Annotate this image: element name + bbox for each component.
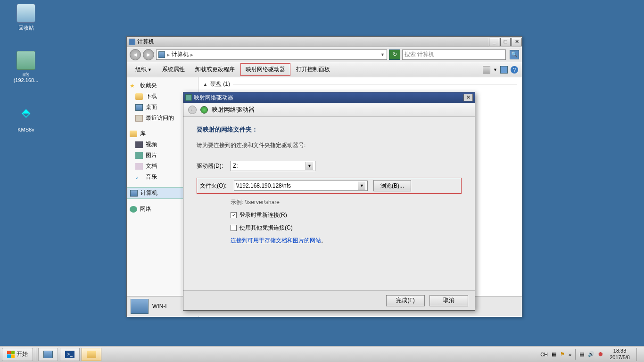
tray-icon-6[interactable]: ⬢: [598, 351, 603, 357]
map-network-drive[interactable]: 映射网络驱动器: [240, 63, 290, 76]
kms-icon: ⬘: [17, 106, 35, 125]
recycle-label: 回收站: [9, 25, 42, 32]
view-dropdown[interactable]: ▼: [493, 67, 497, 72]
folder-combo[interactable]: \\192.168.190.128\nfs ▼: [234, 181, 368, 191]
status-text: WIN-I: [152, 303, 167, 310]
maximize-button[interactable]: □: [500, 38, 511, 46]
taskbar: 开始 >_ CH ▦ ⚑ » ▤ 🔊 ⬢ 18:33 2017/5/8: [0, 346, 644, 362]
kms-shortcut[interactable]: ⬘ KMS8v: [9, 106, 42, 132]
dialog-instruction: 请为要连接到的连接和文件夹指定驱动器号:: [197, 141, 462, 149]
globe-icon: [200, 106, 208, 114]
nfs-shortcut[interactable]: nfs (192.168...: [9, 51, 42, 83]
recycle-bin[interactable]: 回收站: [9, 4, 42, 32]
tray-icon-4[interactable]: ▤: [579, 351, 584, 357]
back-icon[interactable]: ←: [188, 106, 197, 114]
collapse-icon: ▲: [203, 82, 207, 87]
reconnect-checkbox[interactable]: ✓: [231, 212, 237, 218]
windows-logo-icon: [7, 351, 15, 358]
computer-icon: [158, 51, 165, 58]
storage-link[interactable]: 连接到可用于存储文档和图片的网站: [231, 237, 321, 244]
drive-label: 驱动器(D):: [197, 162, 231, 170]
minimize-button[interactable]: _: [489, 38, 499, 46]
chevron-down-icon[interactable]: ▼: [305, 162, 313, 170]
sidebar-favorites[interactable]: ★收藏夹: [127, 80, 198, 91]
tray-icon-2[interactable]: ⚑: [560, 351, 565, 357]
desktop-icon: [135, 104, 143, 111]
picture-icon: [135, 152, 143, 159]
finish-button[interactable]: 完成(F): [386, 295, 425, 306]
map-drive-dialog: 映射网络驱动器 ✕ ← 映射网络驱动器 要映射的网络文件夹： 请为要连接到的连接…: [183, 92, 475, 311]
nfs-sub: (192.168...: [9, 77, 42, 83]
show-desktop-button[interactable]: [636, 348, 641, 361]
folder-icon: [135, 93, 143, 100]
clock[interactable]: 18:33 2017/5/8: [607, 348, 633, 360]
tray-icon-3[interactable]: »: [569, 352, 571, 357]
browse-button[interactable]: 浏览(B)...: [373, 180, 411, 191]
recent-icon: [135, 115, 143, 122]
explorer-title: 计算机: [137, 38, 488, 46]
othercred-label: 使用其他凭据连接(C): [239, 224, 293, 232]
addr-text: 计算机: [172, 50, 189, 58]
preview-pane-icon[interactable]: [500, 66, 508, 74]
music-icon: ♪: [135, 174, 143, 181]
othercred-checkbox[interactable]: [231, 225, 237, 231]
address-bar[interactable]: ▸ 计算机 ▸ ▼: [156, 49, 387, 60]
library-icon: [130, 131, 137, 137]
tray-icon-5[interactable]: 🔊: [588, 351, 594, 357]
hdd-section[interactable]: ▲ 硬盘 (1): [203, 80, 517, 88]
kms-label: KMS8v: [9, 127, 42, 132]
dialog-titlebar[interactable]: 映射网络驱动器 ✕: [183, 92, 475, 103]
start-button[interactable]: 开始: [2, 348, 33, 361]
control-panel[interactable]: 打开控制面板: [291, 64, 335, 75]
cancel-button[interactable]: 取消: [429, 295, 468, 306]
drive-icon: [17, 51, 35, 70]
star-icon: ★: [130, 82, 137, 89]
pinned-powershell[interactable]: >_: [60, 348, 80, 361]
view-icon[interactable]: [483, 66, 490, 74]
powershell-icon: >_: [65, 351, 74, 358]
chevron-down-icon[interactable]: ▼: [358, 181, 365, 190]
forward-button[interactable]: ►: [143, 49, 154, 60]
dialog-icon: [185, 94, 192, 101]
reconnect-label: 登录时重新连接(R): [239, 211, 287, 219]
help-icon[interactable]: ?: [511, 66, 518, 74]
example-text: 示例: \\server\share: [231, 198, 462, 206]
computer-icon: [129, 39, 135, 45]
computer-icon: [131, 299, 149, 314]
refresh-button[interactable]: ↻: [389, 49, 400, 60]
pinned-server-manager[interactable]: [38, 348, 58, 361]
system-properties[interactable]: 系统属性: [157, 64, 190, 75]
drive-combo[interactable]: Z: ▼: [231, 161, 315, 171]
computer-icon: [130, 190, 138, 197]
dialog-heading: 要映射的网络文件夹：: [197, 125, 462, 134]
folder-icon: [87, 351, 96, 358]
server-icon: [43, 351, 53, 358]
dialog-close-button[interactable]: ✕: [463, 94, 473, 101]
nfs-label: nfs: [9, 72, 42, 77]
network-icon: [130, 206, 137, 213]
explorer-titlebar[interactable]: 计算机 _ □ ✕: [127, 37, 522, 47]
lang-indicator[interactable]: CH: [540, 352, 548, 357]
system-tray: CH ▦ ⚑ » ▤ 🔊 ⬢ 18:33 2017/5/8: [537, 346, 644, 362]
back-button[interactable]: ◄: [130, 49, 141, 60]
recycle-icon: [17, 4, 35, 23]
dialog-subtitle: ← 映射网络驱动器: [183, 103, 475, 117]
toolbar: 组织 ▼ 系统属性 卸载或更改程序 映射网络驱动器 打开控制面板 ▼ ?: [127, 62, 522, 77]
pinned-explorer[interactable]: [82, 348, 101, 361]
close-button[interactable]: ✕: [512, 38, 522, 46]
uninstall-programs[interactable]: 卸载或更改程序: [190, 64, 239, 75]
document-icon: [135, 163, 143, 170]
search-input[interactable]: 搜索 计算机: [402, 49, 506, 60]
tray-icon-1[interactable]: ▦: [552, 351, 556, 357]
search-icon[interactable]: 🔍: [510, 50, 519, 59]
organize-menu[interactable]: 组织 ▼: [131, 64, 157, 75]
folder-label: 文件夹(O):: [200, 182, 234, 190]
addr-dropdown[interactable]: ▼: [380, 52, 385, 57]
video-icon: [135, 141, 143, 148]
nav-row: ◄ ► ▸ 计算机 ▸ ▼ ↻ 搜索 计算机 🔍: [127, 47, 522, 62]
